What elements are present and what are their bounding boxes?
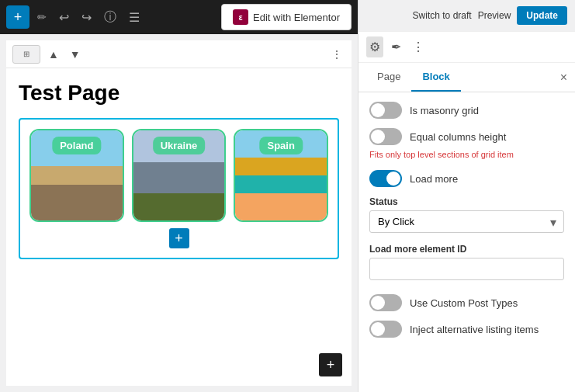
add-block-row: + [29,228,328,248]
status-field-group: Status By Click On Scroll On Button Clic… [369,196,564,233]
info-icon: ⓘ [104,9,116,26]
equal-columns-toggle-row: Equal columns height [369,128,564,145]
tab-page-label: Page [377,71,400,82]
settings-icon-button[interactable]: ⚙ [366,36,383,57]
custom-post-types-label: Use Custom Post Types [410,297,518,309]
custom-post-types-toggle[interactable] [369,294,402,311]
load-more-toggle[interactable] [369,170,402,187]
list-button[interactable]: ☰ [124,5,144,29]
load-more-id-group: Load more element ID [369,244,564,291]
inject-alternative-toggle-row: Inject alternative listing items [369,321,564,338]
tab-block[interactable]: Block [411,63,460,92]
masonry-grid-label: Is masonry grid [410,105,479,116]
plus-icon-small: + [175,231,183,247]
close-icon: × [560,71,567,84]
sidebar-tabs: Page Block × [359,63,575,92]
load-more-id-input[interactable] [369,258,564,280]
sidebar-close-button[interactable]: × [560,63,567,92]
sidebar-more-button[interactable]: ⋮ [409,36,428,57]
styles-icon-button[interactable]: ✒ [388,36,404,57]
inject-alternative-toggle[interactable] [369,321,402,338]
pen-toolbar-button[interactable]: ✏ [33,6,51,28]
grid-items-container: Poland Ukraine Spain [29,129,328,222]
chevron-up-icon: ▲ [48,48,59,61]
left-panel: + ✏ ↩ ↪ ⓘ ☰ ε Edit with Elementor [0,0,358,392]
pencil-icon: ✏ [37,11,47,23]
custom-post-types-slider [369,294,402,311]
status-select-wrapper: By Click On Scroll On Button Click [369,210,564,233]
right-sidebar: Switch to draft Preview Update ⚙ ✒ ⋮ Pag… [358,0,575,392]
update-button[interactable]: Update [517,6,567,25]
equal-columns-slider [369,128,402,145]
redo-button[interactable]: ↪ [77,5,96,29]
undo-icon: ↩ [59,10,69,25]
load-more-slider [369,170,402,187]
custom-post-types-toggle-row: Use Custom Post Types [369,294,564,311]
tab-page[interactable]: Page [366,63,411,92]
inject-alternative-slider [369,321,402,338]
more-icon: ⋮ [331,48,342,61]
switch-to-draft-button[interactable]: Switch to draft [413,10,472,21]
status-label: Status [369,196,564,207]
chevron-down-icon: ▼ [70,48,81,61]
masonry-grid-toggle[interactable] [369,102,402,119]
tab-block-label: Block [422,71,449,82]
wp-header: Switch to draft Preview Update [359,0,575,32]
edit-elementor-button[interactable]: ε Edit with Elementor [221,4,352,30]
redo-icon: ↪ [81,10,92,25]
plus-icon-bottom: + [327,357,335,373]
status-select[interactable]: By Click On Scroll On Button Click [369,210,564,233]
block-type-icon[interactable]: ⊞ [12,45,40,64]
grid-item-poland[interactable]: Poland [29,129,124,222]
nav-up-button[interactable]: ▲ [45,47,62,62]
add-block-toolbar-button[interactable]: + [6,5,29,29]
main-container: + ✏ ↩ ↪ ⓘ ☰ ε Edit with Elementor [0,0,575,392]
grid-item-label-spain: Spain [259,137,302,154]
add-block-below-button[interactable]: + [169,228,189,248]
nav-down-button[interactable]: ▼ [67,47,84,62]
sidebar-more-icon: ⋮ [412,40,424,54]
plus-icon: + [14,9,23,26]
masonry-grid-slider [369,102,402,119]
sidebar-content: Is masonry grid Equal columns height Fit… [359,92,575,392]
elementor-badge: ε [233,9,248,25]
secondary-toolbar: ⊞ ▲ ▼ ⋮ [6,40,352,68]
masonry-grid-toggle-row: Is masonry grid [369,102,564,119]
load-more-id-label: Load more element ID [369,244,564,255]
load-more-label: Load more [410,173,458,185]
grid-icon: ⊞ [23,50,29,58]
block-more-button[interactable]: ⋮ [328,47,345,62]
equal-columns-helper-text: Fits only top level sections of grid ite… [369,150,564,159]
load-more-toggle-row: Load more [369,170,564,187]
grid-block[interactable]: Poland Ukraine Spain [19,118,339,259]
sidebar-icon-bar: ⚙ ✒ ⋮ [359,32,575,63]
equal-columns-toggle[interactable] [369,128,402,145]
bottom-add-button[interactable]: + [319,353,342,376]
list-icon: ☰ [129,10,140,25]
undo-button[interactable]: ↩ [54,5,74,29]
grid-item-ukraine[interactable]: Ukraine [132,129,227,222]
main-toolbar: + ✏ ↩ ↪ ⓘ ☰ ε Edit with Elementor [0,0,358,34]
grid-item-label-poland: Poland [52,137,101,154]
info-button[interactable]: ⓘ [99,5,121,30]
equal-columns-label: Equal columns height [410,131,506,143]
inject-alternative-label: Inject alternative listing items [410,324,539,335]
pen-icon: ✒ [391,40,401,54]
grid-item-spain[interactable]: Spain [234,129,328,222]
editor-canvas: Test Page Poland Ukraine [6,68,352,386]
edit-elementor-label: Edit with Elementor [253,12,340,23]
preview-button[interactable]: Preview [478,10,511,21]
page-title: Test Page [19,81,339,106]
grid-item-label-ukraine: Ukraine [153,137,206,154]
gear-icon: ⚙ [369,40,380,54]
content-wrapper: ⊞ ▲ ▼ ⋮ Test Page [0,34,358,392]
